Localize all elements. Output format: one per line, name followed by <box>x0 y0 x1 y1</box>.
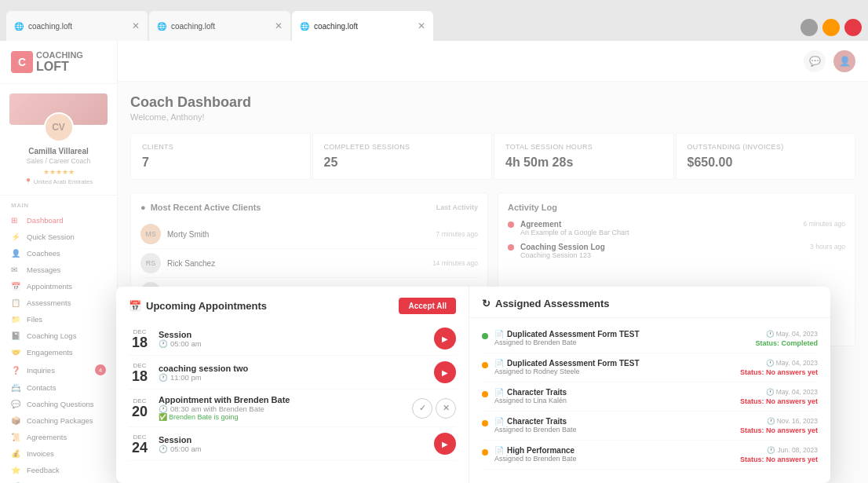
assess-content-3: 📄 Character Traits Assigned to Brenden B… <box>494 417 734 434</box>
tab-favicon-2: 🌐 <box>157 22 166 31</box>
appt-going: ✅ Brenden Bate is going <box>159 413 404 421</box>
clock-icon-2: 🕐 <box>159 404 168 413</box>
assess-content-4: 📄 High Performance Assigned to Brenden B… <box>494 446 734 463</box>
assess-status-3: Status: No answers yet <box>740 426 818 434</box>
assess-status-1: Status: No answers yet <box>740 368 818 376</box>
assessments-pane: ↻ Assigned Assessments 📄 Duplicated Asse… <box>469 287 830 483</box>
appt-date-0: Dec 18 <box>129 328 151 349</box>
tab-close-3[interactable]: ✕ <box>418 20 425 31</box>
doc-icon-1: 📄 <box>494 359 504 368</box>
assess-status-2: Status: No answers yet <box>740 397 818 405</box>
doc-icon-3: 📄 <box>494 417 504 426</box>
assessments-header: ↻ Assigned Assessments <box>469 287 830 318</box>
refresh-icon: ↻ <box>482 298 491 309</box>
assess-item-2: 📄 Character Traits Assigned to Lina Kalé… <box>482 382 818 412</box>
play-button-3[interactable]: ▶ <box>434 433 456 455</box>
check-button-2[interactable]: ✓ <box>412 398 432 419</box>
clock-icon-3: 🕐 <box>159 445 168 453</box>
assess-meta-4: 🕐 Jun. 08, 2023 Status: No answers yet <box>740 446 818 463</box>
assess-item-1: 📄 Duplicated Assessment Form TEST Assign… <box>482 353 818 382</box>
clock-icon-1: 🕐 <box>159 373 168 382</box>
clock-icon-0: 🕐 <box>159 339 168 348</box>
browser-user-3[interactable] <box>844 19 862 36</box>
doc-icon-4: 📄 <box>494 446 504 455</box>
assess-meta-0: 🕐 May. 04, 2023 Status: Completed <box>755 330 818 347</box>
browser-tab-1[interactable]: 🌐 coaching.loft ✕ <box>6 11 148 41</box>
clock-icon-a0: 🕐 <box>766 330 775 338</box>
assessments-list: 📄 Duplicated Assessment Form TEST Assign… <box>469 318 830 483</box>
appt-info-2: Appointment with Brenden Bate 🕐 08:30 am… <box>159 395 404 421</box>
browser-user-1[interactable] <box>801 19 818 36</box>
action-buttons-2: ✓ ✕ <box>412 398 456 419</box>
tab-label-3: coaching.loft <box>314 22 358 31</box>
assess-dot-2 <box>482 391 488 397</box>
assess-item-0: 📄 Duplicated Assessment Form TEST Assign… <box>482 324 818 353</box>
appointment-item-2: Dec 20 Appointment with Brenden Bate 🕐 0… <box>129 390 456 427</box>
tab-close-2[interactable]: ✕ <box>275 20 283 31</box>
assess-item-3: 📄 Character Traits Assigned to Brenden B… <box>482 412 818 441</box>
assess-content-1: 📄 Duplicated Assessment Form TEST Assign… <box>494 359 734 375</box>
play-button-1[interactable]: ▶ <box>434 361 456 383</box>
browser-user-2[interactable] <box>822 19 840 36</box>
assess-status-0: Status: Completed <box>755 339 818 347</box>
assess-meta-1: 🕐 May. 04, 2023 Status: No answers yet <box>740 359 818 376</box>
accept-all-button[interactable]: Accept All <box>399 298 456 314</box>
assess-meta-3: 🕐 Nov. 16, 2023 Status: No answers yet <box>740 417 818 434</box>
appointments-header: 📅 Upcoming Appointments Accept All <box>116 287 469 322</box>
check-circle-icon: ✅ <box>159 413 167 421</box>
clock-icon-a2: 🕐 <box>766 388 775 396</box>
browser-tab-2[interactable]: 🌐 coaching.loft ✕ <box>149 11 290 41</box>
browser-controls <box>801 19 862 41</box>
tab-close-1[interactable]: ✕ <box>132 20 140 31</box>
appointments-list: Dec 18 Session 🕐 05:00 am ▶ Dec 18 <box>116 322 469 483</box>
play-button-0[interactable]: ▶ <box>434 327 456 349</box>
appt-date-1: Dec 18 <box>129 362 151 383</box>
assess-dot-3 <box>482 420 488 426</box>
modal: 📅 Upcoming Appointments Accept All Dec 1… <box>116 287 830 483</box>
browser-tab-3[interactable]: 🌐 coaching.loft ✕ <box>292 11 433 41</box>
clock-icon-a1: 🕐 <box>766 359 775 367</box>
assess-status-4: Status: No answers yet <box>740 456 818 463</box>
appt-date-3: Dec 24 <box>129 434 151 455</box>
appt-date-2: Dec 20 <box>129 397 151 419</box>
appt-info-3: Session 🕐 05:00 am <box>159 435 426 453</box>
appt-info-0: Session 🕐 05:00 am <box>159 330 426 348</box>
assess-content-0: 📄 Duplicated Assessment Form TEST Assign… <box>494 330 749 346</box>
clock-icon-a3: 🕐 <box>767 417 775 425</box>
doc-icon-2: 📄 <box>494 388 504 397</box>
tab-label-2: coaching.loft <box>171 22 215 31</box>
tab-label-1: coaching.loft <box>28 22 72 31</box>
appointment-item-0: Dec 18 Session 🕐 05:00 am ▶ <box>129 322 456 356</box>
tab-favicon-3: 🌐 <box>300 22 309 31</box>
browser-tabs-strip: 🌐 coaching.loft ✕ 🌐 coaching.loft ✕ 🌐 co… <box>0 0 868 41</box>
assess-meta-2: 🕐 May. 04, 2023 Status: No answers yet <box>740 388 818 405</box>
close-button-2[interactable]: ✕ <box>436 398 456 419</box>
assess-dot-4 <box>482 449 488 456</box>
clock-icon-a4: 🕐 <box>767 446 775 454</box>
appointments-pane: 📅 Upcoming Appointments Accept All Dec 1… <box>116 287 469 483</box>
calendar-icon: 📅 <box>129 300 141 312</box>
tab-favicon-1: 🌐 <box>14 22 24 31</box>
assess-dot-1 <box>482 362 488 368</box>
appointments-title: 📅 Upcoming Appointments <box>129 300 267 312</box>
appointment-item-1: Dec 18 coaching session two 🕐 11:00 pm ▶ <box>129 356 456 390</box>
assess-dot-0 <box>482 333 488 339</box>
doc-icon-0: 📄 <box>494 330 504 338</box>
appointment-item-3: Dec 24 Session 🕐 05:00 am ▶ <box>129 427 456 461</box>
assess-item-4: 📄 High Performance Assigned to Brenden B… <box>482 441 818 470</box>
appt-info-1: coaching session two 🕐 11:00 pm <box>159 364 426 382</box>
assess-content-2: 📄 Character Traits Assigned to Lina Kalé… <box>494 388 734 404</box>
